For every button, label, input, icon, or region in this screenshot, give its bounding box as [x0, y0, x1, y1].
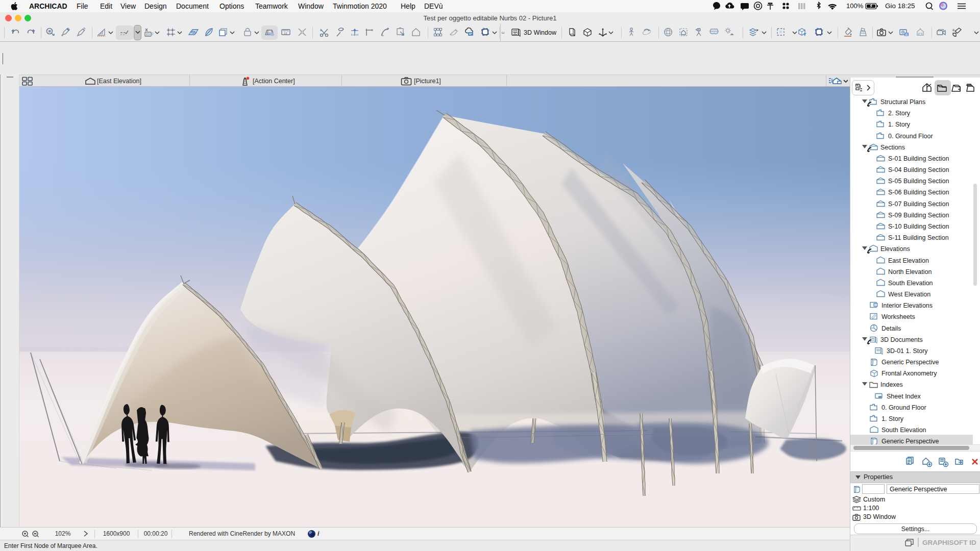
svg-text:XY: XY — [146, 33, 151, 36]
svg-text:3D: 3D — [513, 32, 518, 35]
svg-text:Gio 18:25: Gio 18:25 — [885, 2, 915, 10]
svg-text:100%: 100% — [846, 2, 864, 10]
svg-text:12: 12 — [284, 32, 287, 35]
